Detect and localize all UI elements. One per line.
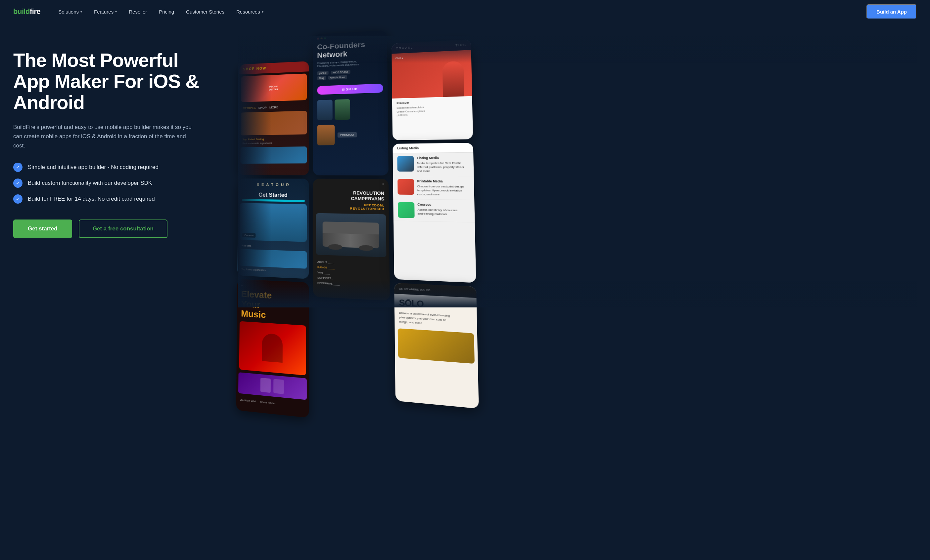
solo-img	[398, 328, 474, 364]
network-signup-btn[interactable]: SIGN UP	[317, 84, 383, 95]
build-app-button[interactable]: Build an App	[867, 4, 917, 19]
phone-column-1: SHOP NOW PECANBUTTER RECIPES SHOP MORE T…	[237, 61, 309, 314]
network-title: Co-FoundersNetwork	[313, 39, 388, 62]
app-card-music: ≡ ElevateYourMusic Audition Wall	[236, 279, 309, 418]
listing-thumb-2	[397, 179, 414, 195]
get-started-button[interactable]: Get started	[13, 219, 72, 238]
listing-thumb-3	[398, 202, 415, 218]
app-card-solo: WE GO WHERE YOU GO SŌLO Browse a collect…	[394, 283, 479, 409]
listing-item-2: Printable Media Choose from our vast pri…	[393, 176, 474, 200]
travel-overlay: Cancun	[242, 233, 256, 238]
music-title: ElevateYourMusic	[237, 289, 309, 323]
hero-content: The Most Powerful App Maker For iOS & An…	[13, 43, 219, 238]
travel-title: Get Started	[238, 190, 309, 200]
network-persons	[313, 95, 388, 123]
wide-badge: WIDE COAST	[331, 70, 351, 75]
hero-title: The Most Powerful App Maker For iOS & An…	[13, 49, 219, 113]
phone-column-2: Co-FoundersNetwork Connecting Startups, …	[313, 30, 390, 319]
listing-text-2: Printable Media Choose from our vast pri…	[417, 179, 469, 197]
logo[interactable]: buildfire	[13, 7, 40, 16]
listing-item-1: Listing Media Media templates for Real E…	[393, 153, 474, 176]
hero-buttons: Get started Get a free consultation	[13, 219, 219, 238]
app-card-network: Co-FoundersNetwork Connecting Startups, …	[313, 30, 388, 175]
nav-customer-stories[interactable]: Customer Stories	[182, 6, 229, 17]
nav-pricing[interactable]: Pricing	[154, 6, 179, 17]
app-card-food: SHOP NOW PECANBUTTER RECIPES SHOP MORE T…	[238, 61, 309, 175]
check-icon-1: ✓	[13, 163, 23, 172]
bing-badge: Bing	[317, 76, 326, 80]
hero-section: The Most Powerful App Maker For iOS & An…	[0, 23, 930, 560]
premium-person	[317, 124, 335, 145]
app-card-travel: S E A T O U R Get Started Cancun Resorts…	[237, 178, 309, 279]
checklist-item-1: ✓ Simple and intuitive app builder - No …	[13, 163, 219, 172]
app-mockups: SHOP NOW PECANBUTTER RECIPES SHOP MORE T…	[238, 36, 917, 307]
chevron-down-icon: ▾	[80, 10, 82, 14]
nav-links: Solutions ▾ Features ▾ Reseller Pricing …	[54, 6, 867, 17]
phones-container: SHOP NOW PECANBUTTER RECIPES SHOP MORE T…	[237, 23, 930, 378]
navbar: buildfire Solutions ▾ Features ▾ Reselle…	[0, 0, 930, 23]
check-icon-2: ✓	[13, 178, 23, 188]
nav-reseller[interactable]: Reseller	[124, 6, 152, 17]
premium-section: PREMIUM	[313, 122, 388, 147]
phone-column-3: TRAVEL TIPS Chat ● Discover Social media…	[391, 39, 477, 324]
premium-label: PREMIUM	[337, 132, 357, 137]
campervan-subtitle: FREEDOM,REVOLUTIONISED	[313, 202, 389, 212]
nav-features[interactable]: Features ▾	[89, 6, 122, 17]
food-section: Top Rated Dining Best restaurants in you…	[239, 134, 309, 147]
free-consultation-button[interactable]: Get a free consultation	[79, 219, 168, 238]
listing-text-1: Listing Media Media templates for Real E…	[417, 156, 469, 173]
listing-text-3: Courses Access our library of coursesand…	[417, 202, 457, 216]
person-avatar-2	[335, 99, 350, 120]
listing-thumb-1	[397, 156, 414, 172]
chevron-down-icon: ▾	[262, 10, 263, 14]
hero-subtitle: BuildFire's powerful and easy to use mob…	[13, 123, 199, 150]
app-card-travel2: TRAVEL TIPS Chat ● Discover Social media…	[391, 39, 473, 140]
music-img	[239, 321, 306, 375]
yahoo-badge: yahoo!	[317, 71, 329, 75]
checklist-item-2: ✓ Build custom functionality with our de…	[13, 178, 219, 188]
check-icon-3: ✓	[13, 194, 23, 204]
app-card-listing: Listing Media Listing Media Media templa…	[393, 143, 476, 283]
campervan-title: REVOLUTIONCAMPERVANS	[313, 189, 389, 203]
listing-header: Listing Media	[393, 143, 473, 153]
listing-item-3: Courses Access our library of coursesand…	[393, 199, 475, 223]
travel-header: S E A T O U R	[238, 178, 309, 191]
food-header: SHOP NOW	[239, 61, 309, 74]
google-news-badge: Google News	[328, 75, 347, 80]
chevron-down-icon: ▾	[115, 10, 117, 14]
nav-solutions[interactable]: Solutions ▾	[54, 6, 87, 17]
app-card-campervan: ≡ REVOLUTIONCAMPERVANS FREEDOM,REVOLUTIO…	[313, 179, 390, 301]
person-avatar-1	[317, 100, 332, 120]
nav-resources[interactable]: Resources ▾	[232, 6, 268, 17]
travel-img: Cancun	[240, 203, 307, 242]
campervan-img	[316, 213, 386, 258]
checklist-item-3: ✓ Build for FREE for 14 days. No credit …	[13, 194, 219, 204]
hero-checklist: ✓ Simple and intuitive app builder - No …	[13, 163, 219, 204]
campervan-menu: ABOUT ____ RANGE ____ VAN ____ SUPPORT _…	[313, 258, 390, 291]
